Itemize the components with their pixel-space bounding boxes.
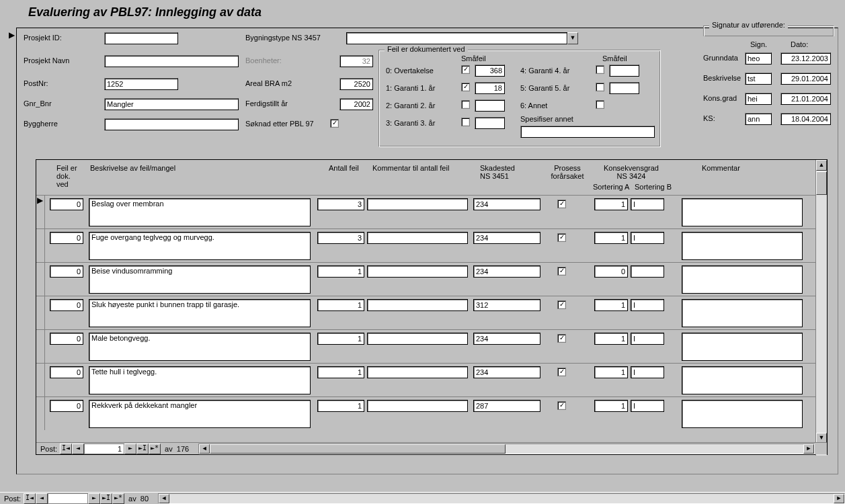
ks-sign[interactable] [745,113,772,125]
cell-skadested[interactable] [473,400,540,412]
f2-checkbox[interactable] [461,100,470,109]
cell-prosess-checkbox[interactable]: ✓ [557,368,566,376]
f5-checkbox[interactable] [596,83,604,91]
ferdigstilt-field[interactable] [339,98,373,110]
cell-prosess-checkbox[interactable]: ✓ [557,267,566,276]
f0-checkbox[interactable]: ✓ [461,65,470,74]
cell-feil-dok[interactable] [50,198,83,210]
f2-value[interactable] [475,99,505,112]
nav-next-icon[interactable]: ► [124,444,136,454]
f5-value[interactable] [609,82,639,94]
cell-prosess-checkbox[interactable]: ✓ [557,334,566,343]
byggherre-field[interactable] [104,118,239,130]
f4-value[interactable] [609,65,639,77]
grunndata-dato[interactable] [780,52,831,65]
cell-sort-a[interactable] [594,400,628,412]
cell-sort-a[interactable] [594,333,628,345]
f0-value[interactable] [475,65,505,77]
cell-kommentar-antall[interactable] [367,400,468,412]
prosjekt-id-field[interactable] [104,32,178,44]
prosjekt-navn-field[interactable] [104,55,239,67]
outer-nav-first-icon[interactable]: I◄ [24,493,36,504]
cell-beskrivelse[interactable]: Beslag over membran [89,198,311,226]
cell-beskrivelse[interactable]: Beise vindusomramming [89,265,311,294]
scroll-up-icon[interactable]: ▲ [816,160,827,171]
row-selector[interactable] [36,364,45,396]
beskrivelse-dato[interactable] [780,73,831,85]
record-selector-icon[interactable]: ▶ [7,28,15,42]
postnr-field[interactable] [104,78,178,90]
cell-sort-b[interactable] [631,299,664,311]
cell-prosess-checkbox[interactable]: ✓ [557,401,566,410]
row-selector[interactable]: ▶ [36,196,45,228]
cell-sort-a[interactable] [594,198,628,210]
areal-field[interactable] [339,78,373,90]
cell-sort-b[interactable] [631,232,664,244]
cell-beskrivelse[interactable]: Sluk høyeste punkt i bunnen trapp til ga… [89,299,311,327]
cell-sort-a[interactable] [594,299,628,311]
cell-antall[interactable] [317,299,364,311]
cell-feil-dok[interactable] [50,333,83,345]
cell-kommentar[interactable] [682,366,803,394]
nav-new-icon[interactable]: ►* [149,444,161,454]
cell-prosess-checkbox[interactable]: ✓ [557,233,566,242]
nav-last-icon[interactable]: ►I [136,444,149,454]
cell-antall[interactable] [317,400,364,412]
cell-skadested[interactable] [473,366,540,378]
konsgrad-dato[interactable] [780,93,831,105]
f1-checkbox[interactable]: ✓ [461,83,470,91]
cell-sort-b[interactable] [631,333,664,345]
nav-current-record[interactable]: 1 [84,444,124,454]
bygningstype-value[interactable] [346,32,567,44]
row-selector[interactable] [36,397,45,430]
hscroll-left-icon[interactable]: ◄ [199,444,210,454]
row-selector[interactable] [36,296,45,329]
cell-beskrivelse[interactable]: Tette hull i teglvegg. [89,366,311,394]
subform-hscrollbar[interactable]: ◄ ► [198,444,815,454]
scroll-thumb[interactable] [816,171,827,195]
cell-kommentar-antall[interactable] [367,198,468,210]
f4-checkbox[interactable] [596,65,604,74]
cell-sort-a[interactable] [594,232,628,244]
cell-sort-a[interactable] [594,265,628,278]
cell-antall[interactable] [317,366,364,378]
grunndata-sign[interactable] [745,52,772,65]
cell-kommentar-antall[interactable] [367,333,468,345]
cell-kommentar[interactable] [682,198,803,226]
f1-value[interactable] [475,82,505,94]
outer-hscroll-right-icon[interactable]: ► [834,494,844,503]
cell-sort-b[interactable] [631,198,664,210]
cell-kommentar[interactable] [682,299,803,327]
cell-feil-dok[interactable] [50,265,83,278]
nav-prev-icon[interactable]: ◄ [72,444,84,454]
row-selector[interactable] [36,263,45,296]
soknad-checkbox[interactable]: ✓ [330,119,339,128]
cell-sort-b[interactable] [631,265,664,278]
row-selector[interactable] [36,330,45,363]
outer-hscroll-left-icon[interactable]: ◄ [159,494,169,503]
cell-skadested[interactable] [473,265,540,278]
cell-sort-a[interactable] [594,366,628,378]
spesifiser-field[interactable] [520,126,655,138]
ks-dato[interactable] [780,113,831,125]
cell-sort-b[interactable] [631,400,664,412]
outer-nav-last-icon[interactable]: ►I [100,493,112,504]
cell-kommentar-antall[interactable] [367,366,468,378]
outer-nav-next-icon[interactable]: ► [88,493,100,504]
hscroll-thumb[interactable] [210,444,506,454]
cell-sort-b[interactable] [631,366,664,378]
cell-kommentar[interactable] [682,400,803,428]
hscroll-right-icon[interactable]: ► [803,444,814,454]
cell-antall[interactable] [317,198,364,210]
cell-feil-dok[interactable] [50,400,83,412]
outer-hscrollbar[interactable]: ◄ ► [158,493,845,504]
konsgrad-sign[interactable] [745,93,772,105]
cell-skadested[interactable] [473,198,540,210]
cell-kommentar[interactable] [682,265,803,294]
cell-skadested[interactable] [473,299,540,311]
cell-kommentar-antall[interactable] [367,265,468,278]
cell-beskrivelse[interactable]: Rekkverk på dekkekant mangler [89,400,311,428]
dropdown-arrow-icon[interactable]: ▼ [567,32,578,44]
outer-nav-new-icon[interactable]: ►* [112,493,124,504]
row-selector[interactable] [36,229,45,262]
